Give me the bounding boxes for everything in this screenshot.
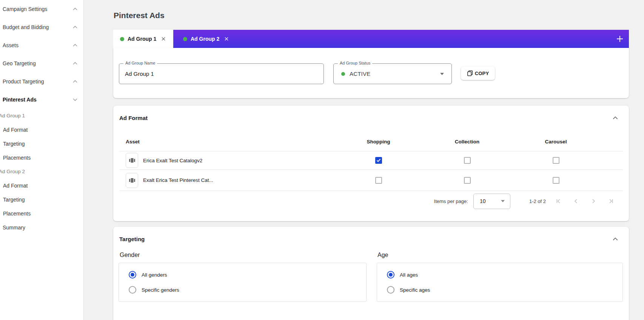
sidebar-navigation: Campaign Settings Budget and Bidding Ass… bbox=[0, 0, 84, 320]
chevron-up-icon bbox=[613, 237, 618, 241]
column-header-asset: Asset bbox=[126, 139, 334, 145]
ad-group-name-field-wrapper: Ad Group Name bbox=[119, 63, 324, 84]
sidebar-item-ad-group-1-placements[interactable]: Placements bbox=[0, 151, 83, 165]
copy-button-label: COPY bbox=[475, 71, 489, 76]
chevron-up-icon bbox=[73, 8, 77, 11]
radio-all-ages[interactable] bbox=[387, 271, 394, 278]
sidebar-item-ad-group-2-ad-format[interactable]: Ad Format bbox=[0, 178, 83, 192]
radio-all-genders[interactable] bbox=[129, 271, 136, 278]
page-title: Pinterest Ads bbox=[114, 11, 165, 20]
chevron-up-icon bbox=[613, 116, 618, 120]
sidebar-item-ad-group-1-targeting[interactable]: Targeting bbox=[0, 137, 83, 151]
chevron-down-icon bbox=[73, 98, 77, 101]
ad-group-status-value: ACTIVE bbox=[350, 71, 370, 77]
tab-ad-group-2[interactable]: Ad Group 2 bbox=[173, 30, 229, 48]
sidebar-item-pinterest-ads[interactable]: Pinterest Ads bbox=[0, 91, 83, 109]
targeting-section-title: Targeting bbox=[119, 236, 145, 242]
checkbox-collection[interactable] bbox=[464, 157, 471, 164]
column-header-carousel: Carousel bbox=[545, 139, 567, 145]
sidebar-group-ad-group-2: Ad Group 2 bbox=[0, 165, 83, 178]
page-size-select[interactable]: 10 bbox=[473, 194, 510, 209]
tab-bar-purple-region: Ad Group 2 bbox=[173, 30, 629, 48]
gender-label: Gender bbox=[120, 252, 140, 258]
tab-ad-group-1[interactable]: Ad Group 1 bbox=[113, 30, 173, 48]
checkbox-carousel[interactable] bbox=[553, 177, 559, 184]
checkbox-shopping[interactable] bbox=[375, 177, 382, 184]
close-icon[interactable] bbox=[224, 37, 229, 41]
age-option-specific[interactable]: Specific ages bbox=[387, 286, 430, 294]
ad-group-form-card: Ad Group Name Ad Group Status ACTIVE COP… bbox=[113, 48, 629, 98]
table-paginator: Items per page: 10 1-2 of 2 bbox=[119, 191, 623, 211]
sidebar-item-budget-and-bidding[interactable]: Budget and Bidding bbox=[0, 18, 83, 36]
ad-format-card: Ad Format Asset Shopping Collection Caro… bbox=[113, 106, 629, 221]
sidebar-item-assets[interactable]: Assets bbox=[0, 36, 83, 54]
collapse-section-button[interactable] bbox=[612, 114, 619, 122]
gender-option-specific[interactable]: Specific genders bbox=[129, 286, 179, 294]
targeting-card: Targeting Gender All genders Specific ge… bbox=[113, 227, 629, 320]
caret-down-icon bbox=[501, 200, 505, 202]
paginator-range-label: 1-2 of 2 bbox=[529, 198, 546, 204]
sidebar-item-campaign-settings[interactable]: Campaign Settings bbox=[0, 0, 83, 18]
first-page-icon[interactable] bbox=[555, 197, 562, 205]
copy-button[interactable]: COPY bbox=[461, 66, 495, 80]
items-per-page-label: Items per page: bbox=[434, 198, 468, 204]
ad-format-table-header: Asset Shopping Collection Carousel bbox=[119, 132, 623, 151]
table-row: Exalt Erica Test Pinterest Cat... bbox=[119, 170, 623, 191]
status-dot-green bbox=[183, 37, 187, 41]
checkbox-shopping[interactable] bbox=[375, 157, 382, 164]
next-page-icon[interactable] bbox=[590, 197, 597, 205]
previous-page-icon[interactable] bbox=[572, 197, 580, 205]
caret-down-icon bbox=[440, 73, 444, 75]
radio-specific-ages[interactable] bbox=[387, 286, 394, 294]
asset-name: Exalt Erica Test Pinterest Cat... bbox=[143, 177, 213, 183]
gender-option-all[interactable]: All genders bbox=[129, 271, 167, 278]
checkbox-carousel[interactable] bbox=[553, 157, 559, 164]
asset-cell: Erica Exalt Test Catalogv2 bbox=[126, 153, 334, 168]
age-options-box: All ages Specific ages bbox=[377, 263, 623, 302]
collapse-section-button[interactable] bbox=[612, 235, 619, 243]
plus-icon bbox=[615, 34, 624, 43]
asset-name: Erica Exalt Test Catalogv2 bbox=[143, 158, 202, 163]
ad-group-name-label: Ad Group Name bbox=[123, 61, 157, 65]
age-label: Age bbox=[377, 252, 388, 258]
asset-thumbnail bbox=[126, 153, 138, 168]
chevron-up-icon bbox=[73, 44, 77, 47]
age-option-all[interactable]: All ages bbox=[387, 271, 418, 278]
page-size-value: 10 bbox=[480, 198, 486, 204]
copy-icon bbox=[467, 70, 473, 76]
asset-thumbnail bbox=[126, 173, 138, 188]
sidebar-item-summary[interactable]: Summary bbox=[0, 220, 83, 234]
sidebar-item-ad-group-2-targeting[interactable]: Targeting bbox=[0, 192, 83, 206]
add-ad-group-button[interactable] bbox=[615, 34, 625, 44]
sidebar-item-product-targeting[interactable]: Product Targeting bbox=[0, 72, 83, 91]
table-row: Erica Exalt Test Catalogv2 bbox=[119, 151, 623, 170]
content-column: Pinterest Ads Ad Group 1 Ad Group 2 bbox=[113, 0, 629, 320]
sidebar-group-ad-group-1: Ad Group 1 bbox=[0, 109, 83, 123]
checkbox-collection[interactable] bbox=[464, 177, 471, 184]
check-icon bbox=[376, 158, 381, 162]
ad-group-name-input[interactable] bbox=[125, 71, 309, 77]
main-area: Pinterest Ads Ad Group 1 Ad Group 2 bbox=[84, 0, 644, 320]
carousel-icon bbox=[129, 158, 136, 163]
sidebar-item-ad-group-1-ad-format[interactable]: Ad Format bbox=[0, 123, 83, 137]
radio-specific-genders[interactable] bbox=[129, 286, 136, 294]
column-header-collection: Collection bbox=[455, 139, 479, 145]
gender-options-box: All genders Specific genders bbox=[119, 263, 367, 302]
sidebar-item-geo-targeting[interactable]: Geo Targeting bbox=[0, 54, 83, 72]
chevron-up-icon bbox=[73, 62, 77, 65]
asset-cell: Exalt Erica Test Pinterest Cat... bbox=[126, 173, 334, 188]
column-header-shopping: Shopping bbox=[367, 139, 390, 145]
ad-group-status-label: Ad Group Status bbox=[338, 61, 372, 65]
chevron-up-icon bbox=[73, 26, 77, 29]
chevron-up-icon bbox=[73, 80, 77, 83]
status-dot-green bbox=[120, 37, 124, 41]
sidebar-item-ad-group-2-placements[interactable]: Placements bbox=[0, 206, 83, 220]
ad-format-section-title: Ad Format bbox=[119, 115, 148, 121]
paginator-buttons bbox=[555, 197, 615, 205]
ad-group-status-select[interactable]: Ad Group Status ACTIVE bbox=[333, 63, 452, 84]
ad-group-tab-bar: Ad Group 1 Ad Group 2 bbox=[113, 30, 629, 48]
carousel-icon bbox=[129, 178, 136, 183]
last-page-icon[interactable] bbox=[607, 197, 615, 205]
status-dot-green bbox=[341, 72, 345, 76]
close-icon[interactable] bbox=[161, 37, 166, 41]
